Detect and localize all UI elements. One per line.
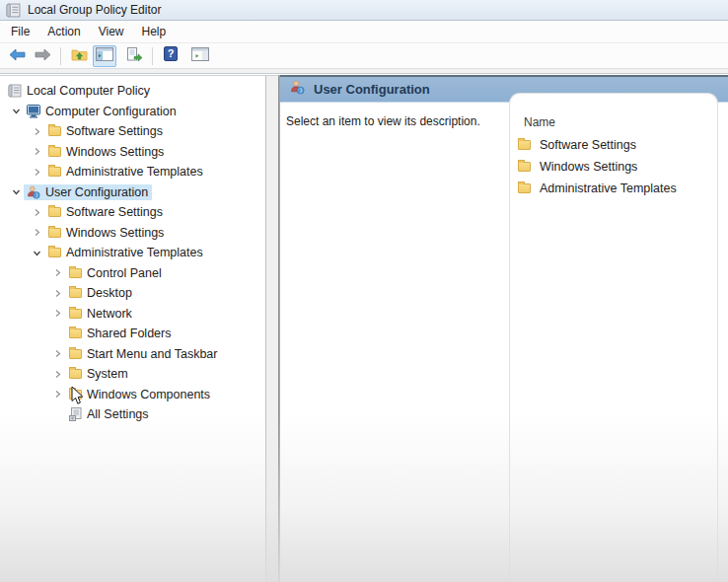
- show-console-tree-button[interactable]: [93, 45, 116, 67]
- tree-item-core: Windows Settings: [44, 144, 168, 160]
- tree-item[interactable]: User Configuration: [0, 182, 265, 203]
- tree-item[interactable]: Administrative Templates: [0, 243, 265, 263]
- toolbar-substrip: [0, 69, 728, 74]
- tree-item[interactable]: Local Computer Policy: [0, 81, 265, 102]
- help-button[interactable]: ?: [159, 45, 182, 67]
- tree-item[interactable]: Control Panel: [0, 263, 265, 284]
- tree-item-label: Software Settings: [66, 205, 163, 219]
- list-item[interactable]: Administrative Templates: [510, 178, 717, 199]
- folder-icon: [46, 207, 62, 217]
- details-pane: User Configuration Name Software Setting…: [279, 75, 728, 582]
- chevron-right-icon[interactable]: [49, 349, 65, 358]
- user-icon: [26, 185, 41, 199]
- folder-icon: [67, 328, 83, 338]
- up-one-level-button[interactable]: [67, 45, 91, 67]
- folder-icon: [46, 248, 62, 257]
- tree-item[interactable]: Start Menu and Taskbar: [0, 344, 265, 365]
- chevron-right-icon[interactable]: [29, 127, 44, 136]
- tree-item[interactable]: System: [0, 364, 265, 385]
- name-column-header[interactable]: Name: [524, 115, 717, 129]
- chevron-right-icon[interactable]: [29, 208, 44, 217]
- list-item[interactable]: Software Settings: [510, 134, 717, 156]
- folder-icon: [67, 309, 83, 319]
- arrow-left-icon: [9, 47, 26, 65]
- help-icon: ?: [164, 46, 178, 65]
- tree-item[interactable]: Desktop: [0, 283, 265, 304]
- menu-view[interactable]: View: [90, 22, 133, 41]
- folder-icon: [46, 228, 62, 238]
- console-tree: Local Computer PolicyComputer Configurat…: [0, 81, 265, 425]
- chevron-down-icon[interactable]: [29, 249, 44, 257]
- tree-item-core: Software Settings: [44, 204, 167, 220]
- tree-item[interactable]: Computer Configuration: [0, 102, 265, 122]
- chevron-right-icon[interactable]: [29, 228, 44, 237]
- tree-item-label: User Configuration: [45, 185, 148, 199]
- tree-item-core: Desktop: [65, 285, 136, 301]
- tree-item[interactable]: Windows Settings: [0, 142, 265, 163]
- export-list-button[interactable]: [122, 45, 146, 67]
- chevron-right-icon[interactable]: [49, 309, 65, 318]
- list-item-label: Windows Settings: [540, 160, 637, 174]
- forward-button[interactable]: [31, 45, 54, 67]
- tree-item-label: Software Settings: [66, 124, 163, 138]
- tree-item[interactable]: Network: [0, 304, 265, 325]
- list-item-label: Software Settings: [540, 138, 636, 152]
- tree-item-core: Network: [65, 306, 136, 322]
- tree-item-core: Local Computer Policy: [5, 83, 154, 99]
- tree-item[interactable]: Shared Folders: [0, 324, 265, 344]
- extended-view-description: Select an item to view its description.: [286, 114, 480, 128]
- tree-item-core: Windows Components: [65, 387, 214, 402]
- menu-help[interactable]: Help: [133, 22, 176, 41]
- tree-item-label: Administrative Templates: [66, 246, 203, 259]
- chevron-right-icon[interactable]: [49, 268, 65, 277]
- tree-item[interactable]: Software Settings: [0, 202, 265, 223]
- folder-up-icon: [71, 47, 88, 65]
- folder-icon: [46, 126, 62, 136]
- list-item[interactable]: Windows Settings: [510, 156, 717, 178]
- tree-item-core: System: [65, 366, 132, 382]
- tree-item-label: System: [87, 367, 128, 381]
- tree-item-label: Network: [87, 307, 132, 321]
- console-tree-icon: [96, 47, 113, 65]
- toolbar: ?: [0, 43, 728, 69]
- details-pane-title: User Configuration: [314, 82, 430, 97]
- tree-item[interactable]: Windows Components: [0, 385, 265, 405]
- folder-icon: [67, 369, 83, 379]
- toolbar-separator: [60, 47, 61, 65]
- tree-item-label: Desktop: [87, 286, 132, 300]
- folder-icon: [67, 349, 83, 359]
- tree-item[interactable]: Software Settings: [0, 121, 265, 142]
- chevron-right-icon[interactable]: [29, 147, 44, 156]
- show-action-pane-button[interactable]: [188, 45, 212, 67]
- folder-icon: [67, 288, 83, 298]
- menu-file[interactable]: File: [2, 22, 38, 41]
- tree-item-label: Shared Folders: [87, 327, 171, 340]
- folder-icon: [67, 268, 83, 278]
- chevron-right-icon[interactable]: [29, 168, 44, 177]
- tree-item-core: Computer Configuration: [24, 104, 181, 119]
- menu-action[interactable]: Action: [38, 22, 89, 41]
- chevron-down-icon[interactable]: [8, 187, 24, 196]
- tree-item-core: All Settings: [65, 406, 153, 422]
- tree-item-label: Windows Settings: [66, 145, 164, 159]
- tree-item-core: Administrative Templates: [44, 245, 207, 260]
- console-tree-pane: Local Computer PolicyComputer Configurat…: [0, 75, 266, 582]
- chevron-right-icon[interactable]: [49, 370, 65, 379]
- details-list-panel: Name Software SettingsWindows SettingsAd…: [509, 93, 718, 582]
- chevron-down-icon[interactable]: [8, 107, 24, 115]
- details-list: Software SettingsWindows SettingsAdminis…: [510, 134, 717, 199]
- pane-splitter[interactable]: [266, 75, 279, 582]
- tree-item[interactable]: Administrative Templates: [0, 162, 265, 182]
- tree-item-core: Shared Folders: [65, 326, 175, 341]
- tree-item-label: Windows Settings: [66, 226, 164, 240]
- folder-icon: [46, 167, 62, 177]
- chevron-right-icon[interactable]: [49, 289, 65, 298]
- chevron-right-icon[interactable]: [49, 390, 65, 399]
- back-button[interactable]: [5, 45, 29, 67]
- tree-item[interactable]: All Settings: [0, 404, 265, 425]
- tree-item-label: Windows Components: [87, 388, 210, 401]
- tree-item[interactable]: Windows Settings: [0, 223, 265, 244]
- folder-icon: [517, 183, 532, 193]
- tree-item-core: Software Settings: [44, 123, 167, 139]
- menu-bar: File Action View Help: [0, 21, 728, 43]
